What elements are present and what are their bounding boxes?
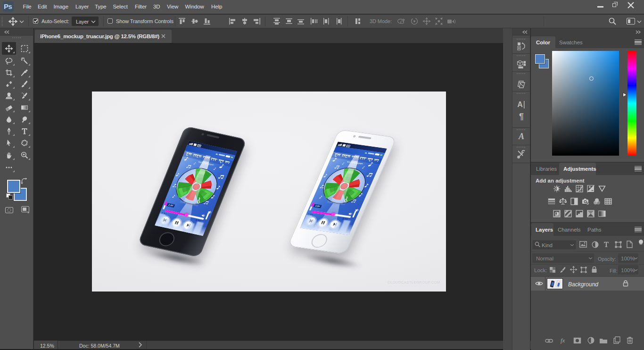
svg-text:¶: ¶: [519, 112, 524, 121]
svg-text:A: A: [517, 100, 523, 108]
svg-text:A: A: [518, 132, 524, 141]
